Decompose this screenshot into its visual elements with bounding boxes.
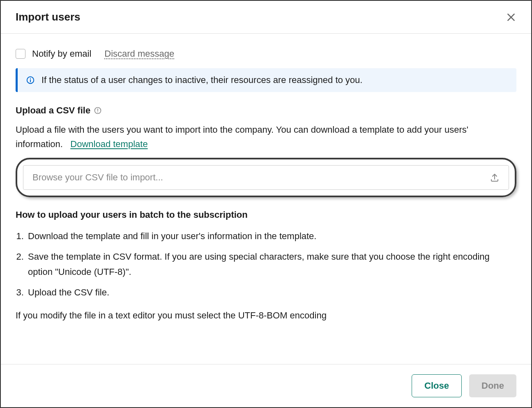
howto-steps-list: Download the template and fill in your u… (16, 228, 516, 300)
howto-note: If you modify the file in a text editor … (16, 308, 516, 323)
upload-field-highlight: Browse your CSV file to import... (16, 158, 516, 197)
done-button[interactable]: Done (469, 374, 516, 397)
notify-email-label: Notify by email (32, 48, 91, 59)
info-icon (26, 76, 35, 85)
upload-icon (490, 173, 500, 182)
notify-row: Notify by email Discard message (16, 48, 516, 59)
discard-message-link[interactable]: Discard message (104, 48, 174, 59)
info-banner: If the status of a user changes to inact… (16, 68, 516, 92)
upload-section-title-row: Upload a CSV file (16, 105, 516, 116)
howto-step: Upload the CSV file. (26, 285, 516, 300)
svg-point-4 (30, 78, 31, 79)
upload-section-description: Upload a file with the users you want to… (16, 122, 516, 151)
notify-email-checkbox[interactable] (16, 49, 25, 59)
download-template-link[interactable]: Download template (70, 139, 147, 149)
dialog-title: Import users (16, 11, 81, 23)
howto-step: Download the template and fill in your u… (26, 228, 516, 244)
dialog-footer: Close Done (1, 364, 531, 407)
upload-section-title: Upload a CSV file (16, 105, 90, 116)
browse-csv-file-input[interactable]: Browse your CSV file to import... (23, 165, 509, 190)
howto-step: Save the template in CSV format. If you … (26, 249, 516, 280)
help-icon[interactable] (94, 106, 102, 115)
info-banner-text: If the status of a user changes to inact… (41, 75, 362, 85)
browse-csv-placeholder: Browse your CSV file to import... (32, 172, 163, 183)
dialog-body: Notify by email Discard message If the s… (1, 34, 531, 331)
close-icon (506, 12, 516, 23)
svg-point-7 (97, 112, 98, 113)
dialog-header: Import users (1, 1, 531, 34)
close-button[interactable]: Close (412, 374, 462, 397)
close-button[interactable] (506, 12, 516, 23)
howto-title: How to upload your users in batch to the… (16, 210, 516, 220)
